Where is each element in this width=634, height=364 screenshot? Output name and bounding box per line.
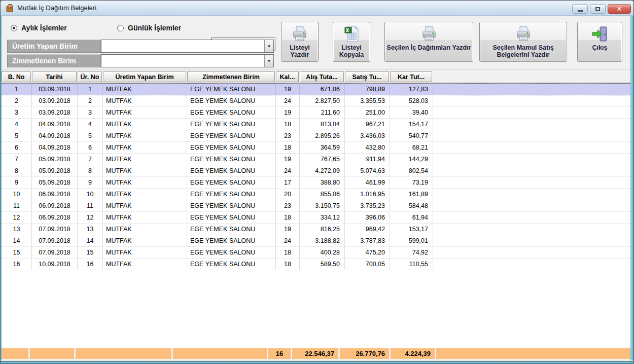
table-cell[interactable]: 11 [2, 200, 32, 211]
table-cell[interactable]: 19 [276, 154, 300, 165]
table-cell[interactable]: 7 [78, 154, 103, 165]
maximize-button[interactable] [590, 4, 606, 14]
table-cell[interactable]: 24 [276, 235, 300, 246]
table-cell[interactable]: 400,28 [300, 247, 345, 258]
column-header[interactable]: Alış Tuta... [300, 71, 344, 82]
table-cell[interactable]: EGE YEMEK SALONU [187, 259, 276, 270]
table-cell[interactable]: 589,50 [300, 259, 345, 270]
table-cell[interactable]: 11 [78, 200, 103, 211]
column-header[interactable]: Kar Tut... [390, 71, 432, 82]
table-cell[interactable]: 06.09.2018 [32, 212, 78, 223]
table-cell[interactable]: MUTFAK [103, 142, 187, 153]
table-row[interactable]: 404.09.20184MUTFAKEGE YEMEK SALONU18813,… [2, 119, 631, 130]
table-row[interactable]: 604.09.20186MUTFAKEGE YEMEK SALONU18364,… [2, 142, 631, 154]
table-cell[interactable]: EGE YEMEK SALONU [187, 130, 276, 141]
table-cell[interactable]: 07.09.2018 [32, 224, 78, 235]
column-header[interactable]: Tarihi [32, 71, 77, 82]
table-cell[interactable]: 15 [2, 247, 32, 258]
table-cell[interactable]: 12 [78, 212, 103, 223]
table-cell[interactable]: 3 [78, 107, 103, 118]
table-cell[interactable]: 9 [78, 177, 103, 188]
table-cell[interactable]: EGE YEMEK SALONU [187, 119, 276, 130]
print-list-button[interactable]: Listeyi Yazdır [281, 22, 319, 62]
table-cell[interactable]: 14 [78, 235, 103, 246]
table-cell[interactable]: 06.09.2018 [32, 200, 78, 211]
column-header[interactable]: B. No [2, 71, 31, 82]
table-cell[interactable]: EGE YEMEK SALONU [187, 200, 276, 211]
table-cell[interactable]: 3.735,23 [345, 200, 390, 211]
table-cell[interactable]: 23 [276, 130, 300, 141]
table-cell[interactable]: 700,05 [345, 259, 390, 270]
table-cell[interactable]: MUTFAK [103, 130, 187, 141]
table-cell[interactable]: MUTFAK [103, 177, 187, 188]
table-cell[interactable]: MUTFAK [103, 259, 187, 270]
table-cell[interactable]: 9 [2, 177, 32, 188]
table-cell[interactable]: 540,77 [390, 130, 433, 141]
table-cell[interactable]: 2 [78, 95, 103, 106]
table-cell[interactable]: 5 [78, 130, 103, 141]
table-cell[interactable]: MUTFAK [103, 189, 187, 200]
table-cell[interactable]: 5.074,63 [345, 165, 390, 176]
table-cell[interactable]: 10.09.2018 [32, 259, 78, 270]
table-cell[interactable]: 24 [276, 95, 300, 106]
table-cell[interactable]: MUTFAK [103, 247, 187, 258]
close-button[interactable]: ✕ [608, 4, 631, 14]
table-row[interactable]: 905.09.20189MUTFAKEGE YEMEK SALONU17388,… [2, 177, 631, 189]
table-cell[interactable]: 18 [276, 119, 300, 130]
column-header[interactable]: Üretim Yapan Birim [103, 71, 186, 82]
table-cell[interactable]: MUTFAK [103, 119, 187, 130]
table-row[interactable]: 203.09.20182MUTFAKEGE YEMEK SALONU242.82… [2, 95, 631, 107]
table-cell[interactable]: 816,25 [300, 224, 345, 235]
column-header[interactable]: Kal... [276, 71, 299, 82]
table-cell[interactable]: 03.09.2018 [32, 95, 78, 106]
table-cell[interactable]: 798,89 [345, 84, 390, 95]
table-cell[interactable]: 3.188,82 [300, 235, 345, 246]
table-cell[interactable]: 967,21 [345, 119, 390, 130]
table-cell[interactable]: 2.895,26 [300, 130, 345, 141]
table-cell[interactable]: 334,12 [300, 212, 345, 223]
table-row[interactable]: 1206.09.201812MUTFAKEGE YEMEK SALONU1833… [2, 212, 631, 224]
table-cell[interactable]: EGE YEMEK SALONU [187, 154, 276, 165]
table-cell[interactable]: EGE YEMEK SALONU [187, 189, 276, 200]
table-cell[interactable]: EGE YEMEK SALONU [187, 95, 276, 106]
table-cell[interactable]: EGE YEMEK SALONU [187, 165, 276, 176]
table-cell[interactable]: 68,21 [390, 142, 433, 153]
table-cell[interactable]: EGE YEMEK SALONU [187, 107, 276, 118]
table-cell[interactable]: 18 [276, 142, 300, 153]
table-cell[interactable]: 2 [2, 95, 32, 106]
table-cell[interactable]: 20 [276, 189, 300, 200]
producing-unit-combobox[interactable]: ▼ [101, 40, 274, 53]
table-cell[interactable]: MUTFAK [103, 165, 187, 176]
table-cell[interactable]: 5 [2, 130, 32, 141]
table-cell[interactable]: 364,59 [300, 142, 345, 153]
table-cell[interactable]: 19 [276, 107, 300, 118]
table-cell[interactable]: 461,99 [345, 177, 390, 188]
table-cell[interactable]: EGE YEMEK SALONU [187, 224, 276, 235]
table-cell[interactable]: 3 [2, 107, 32, 118]
table-cell[interactable]: 6 [2, 142, 32, 153]
table-cell[interactable]: EGE YEMEK SALONU [187, 247, 276, 258]
table-cell[interactable]: 39,40 [390, 107, 433, 118]
column-header[interactable]: Zimmetlenen Birim [187, 71, 275, 82]
table-row[interactable]: 705.09.20187MUTFAKEGE YEMEK SALONU19767,… [2, 154, 631, 165]
table-cell[interactable]: 396,06 [345, 212, 390, 223]
table-cell[interactable]: 13 [2, 224, 32, 235]
radio-daily-operations[interactable]: Günlük İşlemler [117, 23, 181, 33]
table-cell[interactable]: 19 [276, 84, 300, 95]
table-cell[interactable]: 911,94 [345, 154, 390, 165]
table-cell[interactable]: 802,54 [390, 165, 433, 176]
table-cell[interactable]: 154,17 [390, 119, 433, 130]
print-selected-sales-docs-button[interactable]: Seçilen Mamul Satış Belgelerini Yazdır [479, 22, 567, 62]
table-cell[interactable]: 12 [2, 212, 32, 223]
table-cell[interactable]: MUTFAK [103, 212, 187, 223]
table-cell[interactable]: 07.09.2018 [32, 247, 78, 258]
table-row[interactable]: 1407.09.201814MUTFAKEGE YEMEK SALONU243.… [2, 235, 631, 247]
table-cell[interactable]: 153,17 [390, 224, 433, 235]
table-cell[interactable]: 03.09.2018 [32, 84, 78, 95]
table-cell[interactable]: MUTFAK [103, 200, 187, 211]
table-cell[interactable]: MUTFAK [103, 95, 187, 106]
table-cell[interactable]: 06.09.2018 [32, 189, 78, 200]
table-cell[interactable]: 8 [78, 165, 103, 176]
table-cell[interactable]: 16 [2, 259, 32, 270]
table-cell[interactable]: 528,03 [390, 95, 433, 106]
